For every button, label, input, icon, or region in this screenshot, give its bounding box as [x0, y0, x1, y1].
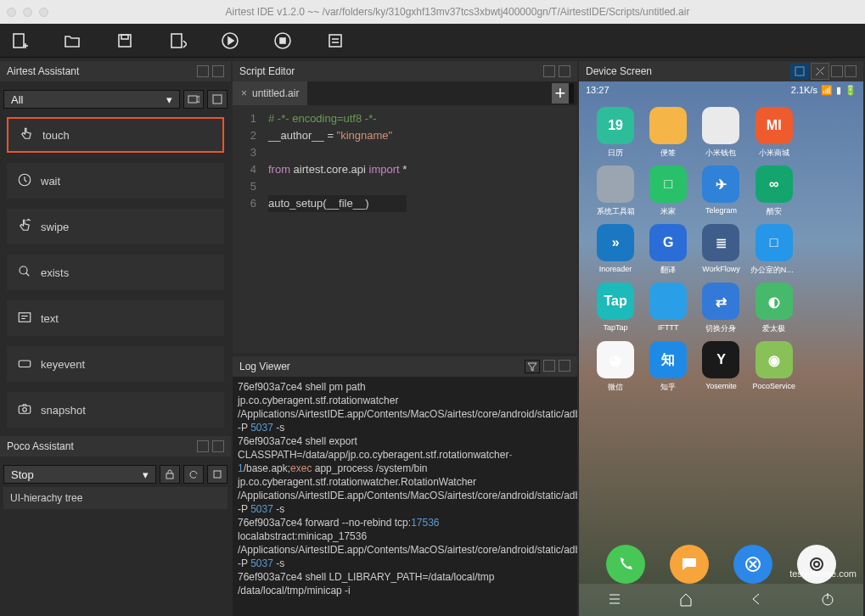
app-label: WorkFlowy	[702, 265, 739, 273]
wait-icon	[17, 172, 32, 190]
browser-app-icon[interactable]	[733, 545, 772, 584]
menu-nav-icon[interactable]	[606, 591, 623, 610]
app-TapTap[interactable]: Tap TapTap	[593, 283, 638, 334]
app-IFTTT[interactable]: IFTTT	[646, 283, 690, 334]
svg-rect-10	[329, 35, 341, 47]
app-label: PocoService	[752, 382, 795, 390]
svg-rect-14	[213, 95, 222, 104]
messages-app-icon[interactable]	[670, 545, 709, 584]
app-label: Telegram	[705, 206, 737, 215]
app-日历[interactable]: 19 日历	[593, 107, 638, 159]
code-editor[interactable]: 123456 # -*- encoding=utf8 -*-__author__…	[233, 105, 577, 353]
cmd-label: keyevent	[41, 358, 85, 371]
panel-close-icon[interactable]	[212, 440, 224, 452]
editor-tab[interactable]: × untitled.air	[233, 81, 307, 105]
log-output[interactable]: 76ef903a7ce4 shell pm pathjp.co.cyberage…	[233, 377, 577, 616]
open-folder-icon[interactable]	[63, 31, 81, 50]
svg-rect-27	[214, 471, 221, 478]
app-翻译[interactable]: G 翻译	[646, 224, 690, 276]
app-切换分身[interactable]: ⇄ 切换分身	[699, 283, 743, 334]
capture-icon[interactable]	[207, 90, 227, 109]
device-connect-icon[interactable]	[790, 63, 809, 80]
app-爱太极[interactable]: ◐ 爱太极	[752, 283, 796, 334]
device-statusbar: 13:27 2.1K/s 📶 ▮ 🔋	[579, 81, 863, 98]
zoom-dot[interactable]	[39, 8, 48, 17]
panel-undock-icon[interactable]	[543, 65, 555, 77]
inspect-icon[interactable]	[207, 465, 227, 484]
panel-undock-icon[interactable]	[831, 65, 843, 77]
phone-app-icon[interactable]	[606, 545, 645, 584]
new-file-icon[interactable]	[10, 31, 29, 50]
app-PocoService[interactable]: ◉ PocoService	[752, 341, 796, 393]
log-icon[interactable]	[326, 31, 345, 50]
poco-mode-dropdown[interactable]: Stop ▾	[3, 465, 156, 484]
poco-tree-root[interactable]: UI-hierachy tree	[3, 487, 227, 509]
script-panel-title: Script Editor	[239, 65, 295, 77]
cmd-text[interactable]: text	[7, 300, 224, 336]
device-panel-header: Device Screen	[579, 61, 863, 81]
panel-undock-icon[interactable]	[543, 360, 555, 372]
cmd-exists[interactable]: exists	[7, 255, 224, 290]
cmd-wait[interactable]: wait	[7, 163, 224, 199]
app-知乎[interactable]: 知 知乎	[646, 341, 690, 393]
app-label: 办公室的NEC投影仪	[750, 265, 798, 276]
app-WorkFlowy[interactable]: ≣ WorkFlowy	[699, 224, 743, 276]
app-Inoreader[interactable]: » Inoreader	[593, 224, 638, 276]
close-tab-icon[interactable]: ×	[241, 87, 247, 99]
svg-rect-13	[188, 96, 197, 103]
device-screen[interactable]: 13:27 2.1K/s 📶 ▮ 🔋 19 日历 便签 小米钱包 MI 小米商城…	[579, 81, 863, 616]
svg-marker-7	[228, 37, 233, 44]
panel-close-icon[interactable]	[559, 360, 570, 372]
app-小米商城[interactable]: MI 小米商城	[752, 107, 796, 159]
panel-close-icon[interactable]	[845, 65, 857, 77]
panel-undock-icon[interactable]	[197, 65, 209, 77]
exists-icon	[17, 264, 32, 282]
app-米家[interactable]: □ 米家	[646, 165, 690, 217]
app-酷安[interactable]: ∞ 酷安	[752, 165, 796, 217]
power-nav-icon[interactable]	[819, 591, 836, 610]
save-icon[interactable]	[115, 31, 134, 50]
export-icon[interactable]	[168, 31, 187, 50]
back-nav-icon[interactable]	[748, 591, 765, 610]
window-title: Airtest IDE v1.2.0 ~~ /var/folders/ky/31…	[57, 6, 858, 18]
app-系统工具箱[interactable]: 系统工具箱	[593, 165, 638, 217]
cmd-swipe[interactable]: swipe	[7, 209, 224, 244]
filter-log-icon[interactable]	[525, 360, 540, 373]
panel-undock-icon[interactable]	[197, 440, 209, 452]
tab-label: untitled.air	[252, 87, 299, 99]
cmd-label: touch	[42, 129, 70, 142]
home-nav-icon[interactable]	[677, 591, 694, 610]
app-便签[interactable]: 便签	[646, 107, 690, 159]
swipe-icon	[17, 218, 32, 236]
stop-icon[interactable]	[273, 31, 292, 50]
assistant-filter-dropdown[interactable]: All ▾	[3, 90, 180, 109]
app-Yosemite[interactable]: Y Yosemite	[699, 341, 743, 393]
window-titlebar: Airtest IDE v1.2.0 ~~ /var/folders/ky/31…	[0, 0, 865, 24]
cmd-keyevent[interactable]: keyevent	[7, 346, 224, 382]
cmd-label: exists	[41, 266, 69, 279]
svg-rect-20	[19, 361, 31, 367]
cmd-touch[interactable]: touch	[7, 117, 224, 153]
lock-icon[interactable]	[160, 465, 180, 484]
app-微信[interactable]: ◕ 微信	[593, 341, 638, 393]
refresh-icon[interactable]	[183, 465, 204, 484]
battery-icon: 🔋	[845, 85, 857, 96]
cmd-snapshot[interactable]: snapshot	[7, 392, 224, 428]
app-label: 微信	[608, 382, 623, 393]
device-tools-icon[interactable]	[811, 63, 829, 80]
minimize-dot[interactable]	[23, 8, 32, 17]
assistant-panel-header: Airtest Assistant	[0, 61, 231, 81]
watermark-text: testerhome.com	[789, 568, 857, 579]
device-navbar	[579, 584, 863, 616]
panel-close-icon[interactable]	[559, 65, 570, 77]
app-小米钱包[interactable]: 小米钱包	[699, 107, 743, 159]
play-icon[interactable]	[221, 31, 239, 50]
svg-rect-17	[19, 312, 31, 322]
app-办公室的NEC投影仪[interactable]: □ 办公室的NEC投影仪	[752, 224, 796, 276]
add-tab-button[interactable]: +	[552, 83, 574, 104]
panel-close-icon[interactable]	[212, 65, 224, 77]
close-dot[interactable]	[7, 8, 16, 17]
app-Telegram[interactable]: ✈ Telegram	[699, 165, 743, 217]
record-icon[interactable]	[183, 90, 204, 109]
device-time: 13:27	[586, 85, 609, 95]
